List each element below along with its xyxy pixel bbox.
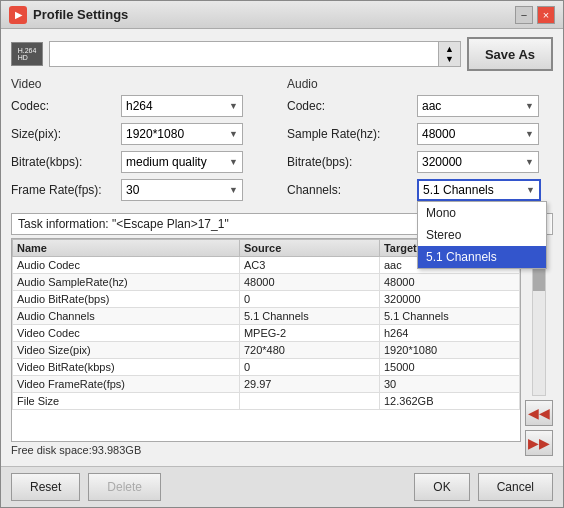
table-cell: 15000 bbox=[379, 359, 519, 376]
table-cell: Video FrameRate(fps) bbox=[13, 376, 240, 393]
channels-option-51[interactable]: 5.1 Channels bbox=[418, 246, 546, 268]
video-bitrate-row: Bitrate(kbps): medium quality bbox=[11, 151, 277, 173]
channels-option-stereo[interactable]: Stereo bbox=[418, 224, 546, 246]
preset-icon: H.264HD bbox=[11, 42, 43, 66]
table-row: Video CodecMPEG-2h264 bbox=[13, 325, 520, 342]
bottom-right-buttons: OK Cancel bbox=[414, 473, 553, 501]
main-window: ▶ Profile Settings − × H.264HD H.264 HD … bbox=[0, 0, 564, 508]
title-bar-left: ▶ Profile Settings bbox=[9, 6, 128, 24]
table-wrapper: Name Source Target Audio CodecAC3aacAudi… bbox=[11, 238, 521, 458]
table-cell: 0 bbox=[239, 291, 379, 308]
table-cell: 30 bbox=[379, 376, 519, 393]
save-as-button[interactable]: Save As bbox=[467, 37, 553, 71]
channels-dropdown-open: Mono Stereo 5.1 Channels bbox=[417, 201, 547, 269]
table-cell: Audio SampleRate(hz) bbox=[13, 274, 240, 291]
table-cell: 48000 bbox=[239, 274, 379, 291]
table-cell: 12.362GB bbox=[379, 393, 519, 410]
title-controls: − × bbox=[515, 6, 555, 24]
right-controls: ◀◀ ▶▶ bbox=[525, 238, 553, 458]
audio-column: Audio Codec: aac Sample Rate(hz): 48000 bbox=[287, 77, 553, 207]
table-row: Audio Channels5.1 Channels5.1 Channels bbox=[13, 308, 520, 325]
audio-codec-row: Codec: aac bbox=[287, 95, 553, 117]
table-cell: Audio Channels bbox=[13, 308, 240, 325]
table-cell: AC3 bbox=[239, 257, 379, 274]
table-nav-row: Name Source Target Audio CodecAC3aacAudi… bbox=[11, 238, 553, 458]
audio-samplerate-dropdown[interactable]: 48000 bbox=[418, 124, 538, 144]
channels-option-mono[interactable]: Mono bbox=[418, 202, 546, 224]
table-cell: 48000 bbox=[379, 274, 519, 291]
audio-codec-label: Codec: bbox=[287, 99, 417, 113]
video-codec-select[interactable]: h264 bbox=[121, 95, 243, 117]
table-cell: 5.1 Channels bbox=[379, 308, 519, 325]
video-size-dropdown[interactable]: 1920*1080 bbox=[122, 124, 242, 144]
table-cell: 0 bbox=[239, 359, 379, 376]
settings-columns: Video Codec: h264 Size(pix): 1920*1080 bbox=[11, 77, 553, 207]
video-section-title: Video bbox=[11, 77, 277, 91]
table-row: Audio SampleRate(hz)4800048000 bbox=[13, 274, 520, 291]
audio-channels-select[interactable]: 5.1 Channels Mono Stereo bbox=[417, 179, 541, 201]
audio-bitrate-row: Bitrate(bps): 320000 bbox=[287, 151, 553, 173]
table-cell: 1920*1080 bbox=[379, 342, 519, 359]
table-cell: File Size bbox=[13, 393, 240, 410]
video-framerate-dropdown[interactable]: 30 bbox=[122, 180, 242, 200]
audio-samplerate-select[interactable]: 48000 bbox=[417, 123, 539, 145]
title-bar: ▶ Profile Settings − × bbox=[1, 1, 563, 29]
audio-channels-label: Channels: bbox=[287, 183, 417, 197]
preset-dropdown-btn[interactable]: ▲▼ bbox=[438, 42, 460, 66]
table-cell: Video Codec bbox=[13, 325, 240, 342]
audio-samplerate-label: Sample Rate(hz): bbox=[287, 127, 417, 141]
table-cell: h264 bbox=[379, 325, 519, 342]
video-bitrate-dropdown[interactable]: medium quality bbox=[122, 152, 242, 172]
col-source: Source bbox=[239, 240, 379, 257]
channels-container: 5.1 Channels Mono Stereo Mono Stereo 5.1… bbox=[417, 179, 541, 201]
nav-buttons: ◀◀ ▶▶ bbox=[525, 400, 553, 456]
bottom-left-buttons: Reset Delete bbox=[11, 473, 161, 501]
preset-input[interactable]: H.264 HD Video(*.mp4) bbox=[50, 45, 438, 63]
prev-button[interactable]: ◀◀ bbox=[525, 400, 553, 426]
reset-button[interactable]: Reset bbox=[11, 473, 80, 501]
bottom-bar: Reset Delete OK Cancel bbox=[1, 466, 563, 507]
table-row: Video BitRate(kbps)015000 bbox=[13, 359, 520, 376]
audio-codec-dropdown[interactable]: aac bbox=[418, 96, 538, 116]
delete-button[interactable]: Delete bbox=[88, 473, 161, 501]
table-cell: 320000 bbox=[379, 291, 519, 308]
table-cell bbox=[239, 393, 379, 410]
audio-bitrate-select[interactable]: 320000 bbox=[417, 151, 539, 173]
audio-section-title: Audio bbox=[287, 77, 553, 91]
table-row: File Size12.362GB bbox=[13, 393, 520, 410]
free-disk-info: Free disk space:93.983GB bbox=[11, 442, 521, 458]
minimize-button[interactable]: − bbox=[515, 6, 533, 24]
window-title: Profile Settings bbox=[33, 7, 128, 22]
main-content: H.264HD H.264 HD Video(*.mp4) ▲▼ Save As… bbox=[1, 29, 563, 466]
audio-codec-select[interactable]: aac bbox=[417, 95, 539, 117]
table-row: Video FrameRate(fps)29.9730 bbox=[13, 376, 520, 393]
audio-channels-row: Channels: 5.1 Channels Mono Stereo Mono bbox=[287, 179, 553, 201]
audio-bitrate-dropdown[interactable]: 320000 bbox=[418, 152, 538, 172]
video-size-select[interactable]: 1920*1080 bbox=[121, 123, 243, 145]
close-button[interactable]: × bbox=[537, 6, 555, 24]
preset-select-wrapper: H.264 HD Video(*.mp4) ▲▼ bbox=[49, 41, 461, 67]
video-framerate-select[interactable]: 30 bbox=[121, 179, 243, 201]
video-codec-row: Codec: h264 bbox=[11, 95, 277, 117]
video-column: Video Codec: h264 Size(pix): 1920*1080 bbox=[11, 77, 277, 207]
table-row: Video Size(pix)720*4801920*1080 bbox=[13, 342, 520, 359]
audio-samplerate-row: Sample Rate(hz): 48000 bbox=[287, 123, 553, 145]
video-framerate-label: Frame Rate(fps): bbox=[11, 183, 121, 197]
table-cell: Video BitRate(kbps) bbox=[13, 359, 240, 376]
table-cell: MPEG-2 bbox=[239, 325, 379, 342]
video-size-row: Size(pix): 1920*1080 bbox=[11, 123, 277, 145]
table-cell: Audio BitRate(bps) bbox=[13, 291, 240, 308]
video-codec-dropdown[interactable]: h264 bbox=[122, 96, 242, 116]
table-cell: Audio Codec bbox=[13, 257, 240, 274]
table-cell: Video Size(pix) bbox=[13, 342, 240, 359]
cancel-button[interactable]: Cancel bbox=[478, 473, 553, 501]
table-cell: 29.97 bbox=[239, 376, 379, 393]
table-cell: 5.1 Channels bbox=[239, 308, 379, 325]
col-name: Name bbox=[13, 240, 240, 257]
ok-button[interactable]: OK bbox=[414, 473, 469, 501]
audio-channels-dropdown[interactable]: 5.1 Channels Mono Stereo bbox=[419, 181, 539, 199]
table-row: Audio BitRate(bps)0320000 bbox=[13, 291, 520, 308]
next-button[interactable]: ▶▶ bbox=[525, 430, 553, 456]
video-bitrate-select[interactable]: medium quality bbox=[121, 151, 243, 173]
audio-bitrate-label: Bitrate(bps): bbox=[287, 155, 417, 169]
